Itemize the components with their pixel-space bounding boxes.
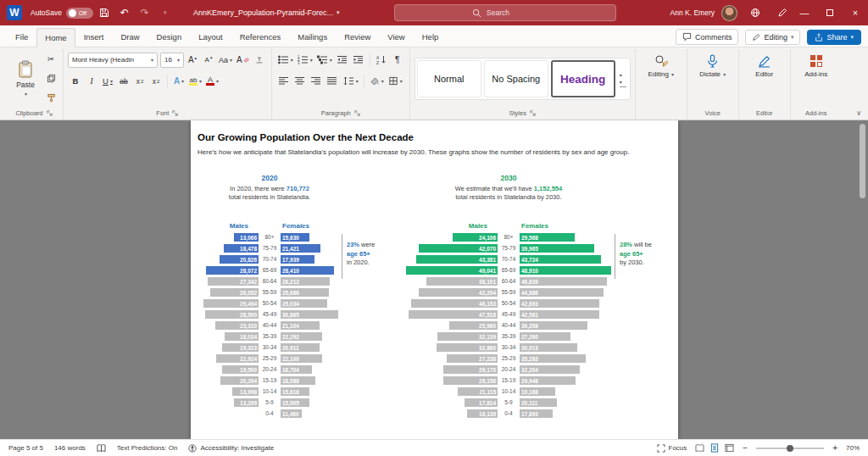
tab-mailings[interactable]: Mailings <box>289 27 336 47</box>
bullets-button[interactable]: ▾ <box>276 52 295 69</box>
print-layout-button[interactable] <box>710 443 719 453</box>
autosave-toggle[interactable]: Off <box>66 8 93 19</box>
paste-button[interactable]: Paste ▾ <box>9 56 42 100</box>
addins-button[interactable]: Add-ins <box>795 49 837 78</box>
male-bar: 46,153 <box>411 299 498 308</box>
borders-button[interactable]: ▾ <box>387 73 404 90</box>
word-logo-icon[interactable]: W <box>7 5 22 20</box>
redo-button[interactable]: ↷ <box>136 3 154 22</box>
text-effects-button[interactable]: A▾ <box>171 73 186 90</box>
web-layout-button[interactable] <box>725 443 734 453</box>
scrollbar-thumb[interactable] <box>860 124 865 198</box>
copy-button[interactable] <box>43 70 58 86</box>
tab-insert[interactable]: Insert <box>75 27 113 47</box>
share-button[interactable]: Share ▾ <box>807 30 861 45</box>
highlight-button[interactable]: ab▾ <box>187 73 203 90</box>
user-avatar[interactable] <box>721 5 737 21</box>
style-card-heading[interactable]: Heading <box>551 60 615 97</box>
user-name: Ann K. Emery <box>670 8 715 17</box>
female-bar: 43,724 <box>520 255 601 264</box>
chart-description: In 2020, there were 710,772total residen… <box>191 185 372 202</box>
style-card-no-spacing[interactable]: No Spacing <box>484 60 548 97</box>
font-name-combo[interactable]: Mont Heavy (Headin▾ <box>68 53 158 68</box>
vertical-scrollbar[interactable] <box>860 124 865 430</box>
superscript-button[interactable]: x2 <box>148 73 164 90</box>
text-predictions[interactable]: Text Predictions: On <box>117 444 178 452</box>
clear-formatting-button[interactable]: A <box>235 52 251 69</box>
focus-button[interactable]: Focus <box>657 444 687 453</box>
dialog-launcher-icon[interactable] <box>47 110 53 116</box>
pen-icon[interactable] <box>773 3 792 22</box>
editing-button[interactable]: Editing ▾ <box>640 49 682 78</box>
collapse-ribbon-button[interactable]: ∨ <box>856 109 861 117</box>
grow-font-button[interactable]: A▴ <box>185 52 200 69</box>
tab-review[interactable]: Review <box>336 27 379 47</box>
tab-home[interactable]: Home <box>36 28 75 47</box>
document-title-menu[interactable]: AnnKEmery_Population-Pyramid-Forec... ▾ <box>193 8 340 17</box>
numbering-button[interactable]: 123▾ <box>296 52 314 69</box>
justify-icon <box>326 76 337 86</box>
shading-button[interactable]: ▾ <box>368 73 386 90</box>
zoom-level[interactable]: 70% <box>846 444 860 452</box>
tab-file[interactable]: File <box>7 27 36 47</box>
tab-view[interactable]: View <box>379 27 413 47</box>
style-card-normal[interactable]: Normal <box>417 60 481 97</box>
zoom-slider[interactable] <box>756 448 824 449</box>
proofing-status[interactable] <box>97 444 106 453</box>
accessibility-status[interactable]: Accessibility: Investigate <box>188 444 274 453</box>
dialog-launcher-icon[interactable] <box>354 110 360 116</box>
align-center-button[interactable] <box>292 73 308 90</box>
save-button[interactable] <box>95 3 114 22</box>
editing-mode-dropdown[interactable]: Editing ▾ <box>745 30 800 45</box>
styles-more-button[interactable]: ▴▾ <box>618 71 628 87</box>
globe-icon[interactable] <box>746 3 765 22</box>
close-button[interactable]: × <box>843 0 868 25</box>
multilevel-list-button[interactable]: ▾ <box>315 52 334 69</box>
underline-button[interactable]: U▾ <box>100 73 115 90</box>
restore-button[interactable] <box>817 0 843 25</box>
page-indicator[interactable]: Page 5 of 5 <box>8 444 43 452</box>
italic-button[interactable]: I <box>84 73 99 90</box>
line-spacing-button[interactable]: ▾ <box>341 73 360 90</box>
font-options-chevron[interactable] <box>252 52 267 69</box>
dictate-button[interactable]: Dictate ▾ <box>692 49 734 78</box>
justify-button[interactable] <box>325 73 340 90</box>
editor-button[interactable]: Editor <box>743 49 786 78</box>
decrease-indent-button[interactable] <box>335 52 350 69</box>
search-box[interactable] <box>394 4 616 21</box>
tab-layout[interactable]: Layout <box>190 27 231 47</box>
tab-references[interactable]: References <box>231 27 290 47</box>
cut-button[interactable]: ✂ <box>43 50 58 67</box>
zoom-in-button[interactable]: + <box>832 443 837 453</box>
undo-button[interactable]: ↶ <box>115 3 134 22</box>
search-input[interactable] <box>487 8 537 17</box>
format-painter-button[interactable] <box>43 89 58 106</box>
sort-button[interactable]: AZ <box>374 52 389 69</box>
increase-indent-button[interactable] <box>351 52 366 69</box>
subscript-button[interactable]: x2 <box>132 73 147 90</box>
tab-design[interactable]: Design <box>148 27 191 47</box>
change-case-button[interactable]: Aa▾ <box>217 52 234 69</box>
dialog-launcher-icon[interactable] <box>172 110 178 116</box>
document-page[interactable]: Our Growing Population Over the Next Dec… <box>191 120 678 439</box>
show-paragraph-marks-button[interactable]: ¶ <box>390 52 405 69</box>
zoom-out-button[interactable]: − <box>743 443 748 453</box>
zoom-slider-knob[interactable] <box>787 445 793 452</box>
age-group-label: 20-24 <box>498 365 520 374</box>
bold-button[interactable]: B <box>68 73 83 90</box>
comments-button[interactable]: Comments <box>676 29 739 45</box>
strikethrough-button[interactable]: ab <box>116 73 131 90</box>
document-canvas: Our Growing Population Over the Next Dec… <box>0 120 868 439</box>
font-size-combo[interactable]: 16▾ <box>160 53 184 68</box>
word-count[interactable]: 146 words <box>54 444 86 452</box>
minimize-button[interactable]: — <box>792 0 817 25</box>
align-right-button[interactable] <box>309 73 324 90</box>
read-mode-button[interactable] <box>695 444 704 453</box>
align-left-button[interactable] <box>276 73 292 90</box>
dialog-launcher-icon[interactable] <box>530 110 536 116</box>
font-color-button[interactable]: A▾ <box>204 73 220 90</box>
toolbar-options-button[interactable]: ▾ <box>156 3 175 22</box>
tab-draw[interactable]: Draw <box>112 27 147 47</box>
shrink-font-button[interactable]: A▾ <box>201 52 216 69</box>
tab-help[interactable]: Help <box>414 27 448 47</box>
